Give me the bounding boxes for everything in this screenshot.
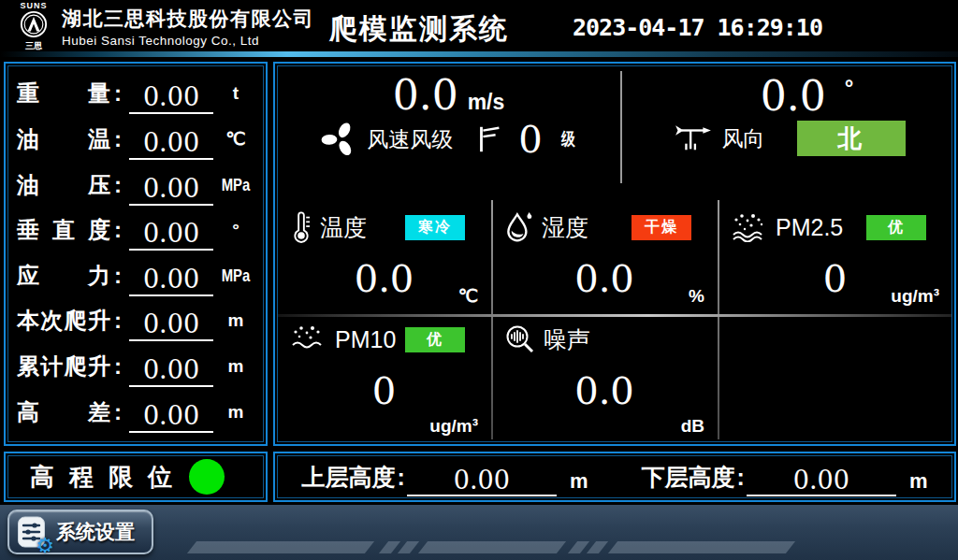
measure-label: 垂直度 xyxy=(17,215,110,245)
pm10-status-badge: 优 xyxy=(405,327,465,352)
colon: : xyxy=(110,126,125,152)
humidity-value: 0.0 xyxy=(504,260,704,297)
measure-unit: ° xyxy=(217,220,254,240)
particles-icon xyxy=(290,324,327,354)
measure-row-verticality: 垂直度: 0.00 ° xyxy=(17,208,254,253)
wind-speed-label: 风速风级 xyxy=(367,125,453,154)
footer-decor-stripe xyxy=(418,541,566,553)
wind-section: 0.0m/s 风速风级 xyxy=(275,64,954,198)
measure-unit: MPa xyxy=(221,266,250,286)
measure-value: 0.00 xyxy=(129,219,213,251)
wind-direction-label: 风向 xyxy=(722,124,765,153)
noise-meter-icon xyxy=(504,323,536,355)
wind-speed-unit: m/s xyxy=(468,90,505,114)
elevation-limit-indicator xyxy=(189,459,225,495)
measure-value: 0.00 xyxy=(129,128,213,160)
footer-decor-stripe xyxy=(608,541,795,553)
humidity-label: 湿度 xyxy=(542,212,588,243)
system-settings-button[interactable]: ⚙ 系统设置 xyxy=(7,510,153,554)
fan-icon xyxy=(320,120,359,159)
colon: : xyxy=(110,263,125,289)
footer-decor-stripe xyxy=(187,541,374,553)
measure-value: 0.00 xyxy=(129,355,213,387)
wind-direction-value: 0.0 xyxy=(761,72,826,120)
upper-height-unit: m xyxy=(570,469,588,494)
colon: : xyxy=(110,399,125,425)
lower-height-group: 下层高度: 0.00 m xyxy=(615,462,954,493)
colon: : xyxy=(110,172,125,198)
measurements-panel: 重量: 0.00 t 油温: 0.00 ℃ 油压: 0.00 MPa 垂直度: … xyxy=(4,62,268,446)
cell-temperature: 温度 寒冷 0.0 ℃ xyxy=(277,200,491,312)
footer-decor-stripe xyxy=(568,541,589,553)
noise-unit: dB xyxy=(681,416,704,437)
company-name-cn: 湖北三思科技股份有限公司 xyxy=(62,6,314,32)
footer-bar: ⚙ 系统设置 xyxy=(0,505,958,560)
wind-direction-unit: ° xyxy=(845,75,854,100)
footer-decor-stripe xyxy=(587,541,608,553)
company-name: 湖北三思科技股份有限公司 Hubei Sansi Technology Co.,… xyxy=(62,6,314,48)
measure-label: 油压 xyxy=(17,170,110,200)
pm25-label: PM2.5 xyxy=(776,214,843,241)
measure-value: 0.00 xyxy=(129,401,213,433)
measure-label: 应力 xyxy=(17,261,110,291)
lower-height-label: 下层高度 xyxy=(642,462,735,493)
colon: : xyxy=(737,464,745,491)
measure-unit: ℃ xyxy=(217,128,254,150)
wind-direction-badge: 北 xyxy=(797,121,906,156)
measure-row-total-climb: 累计爬升: 0.00 m xyxy=(17,344,254,390)
measure-label: 本次爬升 xyxy=(17,306,110,336)
humidity-status-badge: 干燥 xyxy=(631,215,691,240)
cell-humidity: 湿度 干燥 0.0 % xyxy=(491,200,718,312)
measure-value: 0.00 xyxy=(129,309,213,341)
measure-value: 0.00 xyxy=(129,265,213,296)
wind-level-unit: 级 xyxy=(561,127,575,151)
company-logo: SUNS 三思 xyxy=(9,2,58,50)
wind-direction-block: 0.0° 风向 北 xyxy=(622,64,954,198)
temperature-value: 0.0 xyxy=(290,260,478,297)
measure-value: 0.00 xyxy=(129,174,213,206)
colon: : xyxy=(110,353,125,380)
humidity-unit: % xyxy=(689,286,704,307)
upper-height-value: 0.00 xyxy=(407,466,557,496)
colon: : xyxy=(110,217,125,243)
cell-noise: 噪声 0.0 dB xyxy=(491,312,718,442)
environment-panel: 0.0m/s 风速风级 xyxy=(273,62,956,446)
temperature-status-badge: 寒冷 xyxy=(405,215,465,240)
temperature-label: 温度 xyxy=(320,212,367,243)
layer-heights-panel: 上层高度: 0.00 m 下层高度: 0.00 m xyxy=(273,452,956,502)
settings-button-label: 系统设置 xyxy=(56,519,135,545)
measure-label: 累计爬升 xyxy=(17,352,110,381)
lower-height-unit: m xyxy=(909,469,928,494)
particles-icon xyxy=(731,212,768,242)
thermometer-icon xyxy=(290,210,312,244)
wind-level-flag-icon xyxy=(477,123,501,155)
wind-speed-value: 0.0 xyxy=(393,71,458,119)
measure-row-oil-pressure: 油压: 0.00 MPa xyxy=(17,162,254,208)
upper-height-group: 上层高度: 0.00 m xyxy=(275,462,615,493)
colon: : xyxy=(110,308,125,334)
measure-row-weight: 重量: 0.00 t xyxy=(17,71,254,117)
measure-label: 重量 xyxy=(17,79,110,108)
elevation-limit-label: 高程限位 xyxy=(30,461,187,494)
temperature-unit: ℃ xyxy=(458,285,478,307)
measure-row-oil-temp: 油温: 0.00 ℃ xyxy=(17,117,254,163)
footer-decor-stripe xyxy=(379,541,400,553)
measure-value: 0.00 xyxy=(129,82,213,114)
cell-empty xyxy=(718,312,952,442)
measure-row-stress: 应力: 0.00 MPa xyxy=(17,253,254,299)
pm25-status-badge: 优 xyxy=(866,215,926,240)
pm25-unit: ug/m³ xyxy=(891,286,939,307)
measure-unit: m xyxy=(217,402,254,423)
page-title: 爬模监测系统 xyxy=(329,10,509,49)
footer-decor-stripe xyxy=(398,541,419,553)
measure-unit: m xyxy=(217,310,254,331)
logo-text-sansi: 三思 xyxy=(9,42,58,50)
wind-speed-block: 0.0m/s 风速风级 xyxy=(275,64,622,198)
measure-row-height-diff: 高差: 0.00 m xyxy=(17,389,254,435)
gear-icon: ⚙ xyxy=(36,536,54,556)
measure-unit: t xyxy=(217,83,254,104)
noise-label: 噪声 xyxy=(544,324,590,355)
environment-grid: 温度 寒冷 0.0 ℃ 湿度 干燥 0.0 % xyxy=(277,200,952,442)
company-name-en: Hubei Sansi Technology Co., Ltd xyxy=(62,34,314,48)
droplet-icon xyxy=(504,210,534,244)
